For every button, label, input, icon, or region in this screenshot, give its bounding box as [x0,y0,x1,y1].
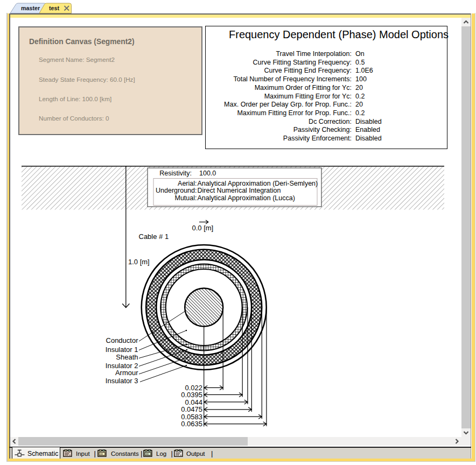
svg-text:Analytical Approximation (Deri: Analytical Approximation (Deri-Semlyen) [198,180,318,187]
svg-text:0.0 [m]: 0.0 [m] [192,224,214,232]
svg-text:Mutual:: Mutual: [175,194,197,202]
svg-text:100.0: 100.0 [199,170,216,177]
svg-text:1.0 [m]: 1.0 [m] [128,258,150,266]
svg-text:0.0635: 0.0635 [181,420,202,428]
svg-text:Underground:: Underground: [156,187,197,194]
svg-text:Insulator 3: Insulator 3 [106,377,138,385]
svg-text:Insulator 1: Insulator 1 [106,346,138,354]
svg-text:Aerial:: Aerial: [178,180,197,187]
svg-text:Analytical Approximation (Lucc: Analytical Approximation (Lucca) [198,194,295,202]
svg-text:Conductor: Conductor [106,336,139,344]
svg-text:Resistivity:: Resistivity: [159,170,192,177]
svg-text:0.044: 0.044 [185,398,202,406]
svg-text:Sheath: Sheath [116,353,138,361]
svg-text:Direct Numerical Integration: Direct Numerical Integration [198,187,281,194]
svg-text:Armour: Armour [115,369,138,377]
svg-text:Cable # 1: Cable # 1 [139,232,169,241]
